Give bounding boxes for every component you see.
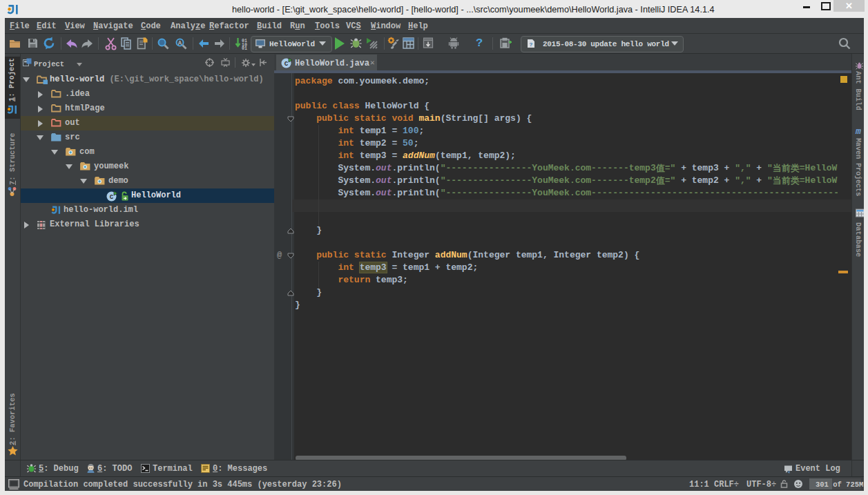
svg-text:?: ? <box>530 41 533 48</box>
svg-text:C: C <box>284 61 289 68</box>
svg-text:A: A <box>178 40 182 47</box>
svg-text:01: 01 <box>242 46 247 51</box>
svg-text:C: C <box>110 194 114 201</box>
